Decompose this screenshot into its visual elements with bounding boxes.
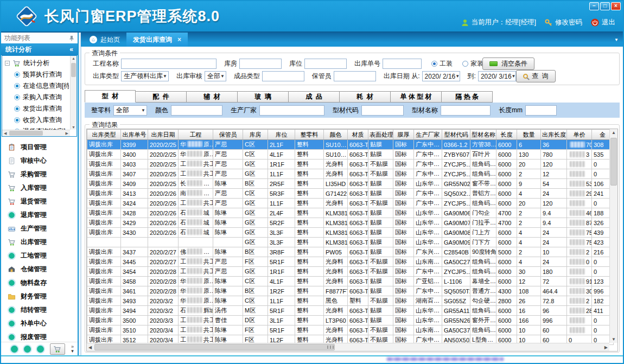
tree-item[interactable]: 采购入库查询 [5,92,69,103]
column-header[interactable]: 出库类型 [87,130,121,140]
table-row[interactable]: 调拨出库35102020/3/4工共工程陈琳F区5R1F整料光身料6063-T5… [87,325,614,335]
scrollbar-thumb[interactable] [94,344,335,350]
sidebar-menu-item[interactable]: 项目管理 [1,141,78,154]
tab-list-dropdown-icon[interactable]: ▼ [614,37,619,42]
sidebar-menu-item[interactable]: 仓储管理 [1,263,78,276]
table-row[interactable]: 调拨出库34302020/2/26石城陈琳G区3L3F整料KLM38176063… [87,228,614,238]
sidebar-menu-item[interactable]: 补单中心 [1,317,78,330]
sidebar-menu-item[interactable]: 生产管理 [1,222,78,235]
project-name-input[interactable] [121,59,217,69]
material-tab[interactable]: 型 材 [85,90,136,103]
tree-item[interactable]: 退货查询[待定] [5,126,69,130]
collapsed-cart-button[interactable] [50,343,65,355]
product-type-input[interactable] [262,71,304,81]
tab-home[interactable]: ⌂ 起始页 [83,33,126,47]
keeper-input[interactable] [334,71,376,81]
minimize-button[interactable]: − [589,2,599,10]
sidebar-menu-item[interactable]: 退库管理 [1,208,78,222]
column-header[interactable]: 出库长度 [541,130,567,140]
change-password-button[interactable]: 修改密码 [545,18,582,27]
table-row[interactable]: G区3L3F整料KLM38176063-T5贴膜国标山东华…GA90M09…门下… [87,238,614,247]
table-row[interactable]: 调拨出库34932020/3/2华原…陈琳C区1L1F整料黑色塑料不贴膜国标湖南… [87,296,614,306]
material-tab[interactable]: 隔 热 条 [442,91,493,103]
column-header[interactable]: 单价 [567,130,592,140]
logout-button[interactable]: 退出 [591,18,615,27]
sidebar-menu-item[interactable]: 财务管理 [1,290,78,303]
out-type-select[interactable]: 生产领料出库▼ [121,71,169,81]
table-row[interactable]: 调拨出库34132020/2/26南…严思C区5R3F整料G714226063-… [87,189,614,199]
tree-horizontal-scrollbar[interactable]: ◀▶ [2,130,70,136]
scrollbar-thumb[interactable] [71,63,76,77]
table-row[interactable]: 调拨出库34092020/2/25长…陈琳B区2R5F整料LI35HD6063-… [87,179,614,189]
table-row[interactable]: 调拨出库34282020/2/26石城陈琳G区2L4F整料KLM38176063… [87,208,614,218]
table-row[interactable]: 调拨出库34542020/2/28工共工程严思G区1R1F整料光身料6063-T… [87,267,614,277]
tree-item[interactable]: 在途信息查询[待 [5,80,69,92]
table-horizontal-scrollbar[interactable]: ◀▶ [87,343,609,351]
tree-root[interactable]: − 统计分析 [5,58,69,69]
column-header[interactable]: 出库单号 [121,130,148,140]
table-row[interactable]: 调拨出库34032020/2/25工共工程严思G区1R1F整料光身料6063-T… [87,159,614,169]
table-row[interactable]: 调拨出库34582020/2/28华原…陈琳C区4L1F整料光身料6063-T5… [87,277,614,286]
column-header[interactable]: 材质 [348,130,368,140]
column-header[interactable]: 库位 [268,130,295,140]
length-input[interactable] [525,105,557,116]
sidebar-menu-item[interactable]: 工地管理 [1,249,78,263]
table-row[interactable]: 调拨出库34292020/2/26石城陈琳G区5R2F整料KLM38176063… [87,218,614,228]
column-header[interactable]: 生产厂家 [414,130,442,140]
column-header[interactable]: 颜色 [324,130,348,140]
order-no-input[interactable] [383,59,422,69]
column-header[interactable]: 长度 [496,130,517,140]
date-to-select[interactable]: 2020/ 3/16▼ [478,71,516,81]
tree-item[interactable]: 预算执行查询 [5,69,69,80]
column-header[interactable]: 型材名称 [470,130,496,140]
scroll-left-icon[interactable]: ◀ [4,131,7,136]
collapsed-item-icon[interactable] [24,346,31,353]
scrollbar-thumb[interactable] [610,138,617,186]
tree-item[interactable]: 发货出库查询 [5,103,69,114]
column-header[interactable]: 工程 [179,130,213,140]
material-tab[interactable]: 配 件 [136,91,187,103]
scroll-right-icon[interactable]: ▶ [604,345,608,350]
sidebar-menu-item[interactable]: 审核中心 [1,154,78,168]
table-row[interactable]: 调拨出库34942020/3/2石辉城汤伟M区5R1F整料光身料6063-T5贴… [87,306,614,316]
warehouse-input[interactable] [239,59,282,69]
overflow-chevron[interactable]: »▾ [71,344,74,353]
column-header[interactable]: 整零料 [295,130,324,140]
table-row[interactable]: 调拨出库33992020/2/25华原…严思C区2L1F整料SU10…6063-… [87,140,614,150]
radio-jiazhuang[interactable]: 家装 [462,59,483,68]
collapse-icon[interactable]: « [69,46,73,53]
radio-gongzhuang[interactable]: 工装 [431,59,453,68]
table-row[interactable]: 调拨出库34002020/2/25华原…严思C区4L1F整料SU10…6063-… [87,150,614,159]
column-header[interactable]: 保管员 [213,130,243,140]
material-tab[interactable]: 玻 璃 [238,91,289,103]
column-header[interactable]: 表面处理 [368,130,393,140]
scroll-down-icon[interactable]: ▼ [612,337,616,342]
manufacturer-input[interactable] [259,105,324,116]
sidebar-menu-item[interactable]: 出库管理 [1,235,78,249]
sidebar-menu-item[interactable]: 物料盘存 [1,276,78,290]
date-from-select[interactable]: 2020/ 2/16▼ [422,71,460,81]
sidebar-section-header[interactable]: 统计分析 « [1,43,78,55]
table-row[interactable]: 调拨出库34072020/2/25工共工程严思G区1L1F整料光身料6063-T… [87,169,614,179]
scrollbar-thumb[interactable] [9,131,43,136]
column-header[interactable]: 数量 [517,130,541,140]
table-row[interactable]: 调拨出库34452020/2/27工共工程严思F区5R1F整料光身料6063-T… [87,257,614,267]
clear-conditions-button[interactable]: 清空条件 [482,58,534,70]
location-input[interactable] [304,59,347,69]
close-button[interactable]: × [611,2,621,10]
column-header[interactable]: 库房 [243,130,268,140]
table-row[interactable]: 调拨出库34372020/2/27佛…陈琳B区3R8F整料PW056063-T5… [87,247,614,257]
profile-code-input[interactable] [361,105,404,116]
material-tab[interactable]: 成 品 [289,91,340,103]
material-tab[interactable]: 单 体 型 材 [391,91,442,103]
color-input[interactable] [171,105,222,116]
scroll-up-icon[interactable]: ▲ [72,56,75,60]
tab-close-icon[interactable]: × [177,36,181,43]
table-vertical-scrollbar[interactable]: ▲▼ [609,129,617,343]
collapsed-item-icon[interactable] [37,346,44,353]
tree-item[interactable]: 收货入库查询 [5,114,69,126]
column-header[interactable]: 膜厚 [393,130,414,140]
whole-part-select[interactable]: 全部▼ [113,105,147,116]
table-row[interactable]: 调拨出库34242020/2/26工共工程严思G区1L1F整料光身料6063-T… [87,199,614,208]
scroll-left-icon[interactable]: ◀ [88,345,92,350]
